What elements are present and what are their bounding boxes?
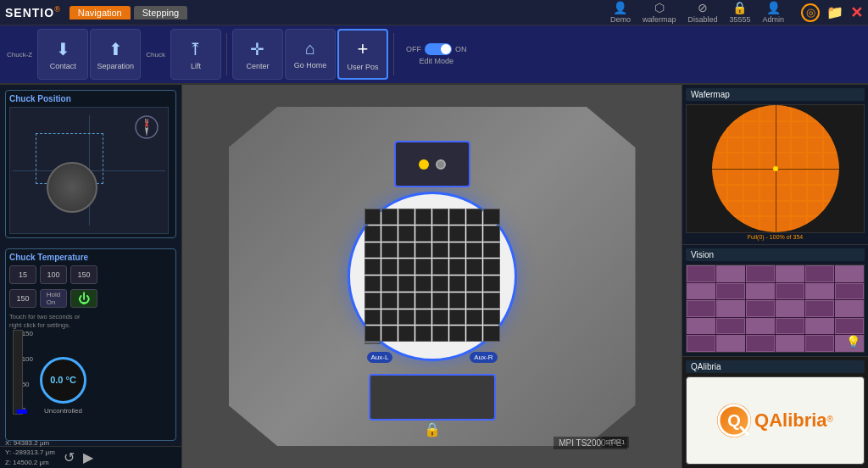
app-logo: SENTIO® [5, 5, 61, 20]
grid-cell [398, 242, 415, 259]
temp-btn-hold[interactable]: HoldOn [40, 289, 67, 308]
contact-button[interactable]: ⬇ Contact [37, 29, 88, 80]
grid-cell [364, 259, 381, 275]
grid-cell [483, 259, 499, 275]
grid-cell [381, 292, 398, 309]
wg-cell [791, 216, 807, 232]
vc [776, 318, 804, 335]
center-icon: ✛ [250, 39, 264, 59]
wafermap-label: wafermap [643, 15, 676, 24]
edit-mode-section: OFF ON Edit Mode [406, 43, 467, 65]
grid-cell [398, 276, 415, 292]
wg-cell [776, 169, 792, 185]
grid-cell [432, 226, 448, 242]
close-button[interactable]: ✕ [850, 3, 863, 22]
grid-cell [415, 276, 431, 292]
scale-100: 100 [22, 355, 33, 363]
temp-display: 0.0 °C Uncontrolled [40, 357, 86, 415]
temp-gauge: 150 100 50 0 [9, 330, 35, 415]
logo-text: SENTIO [5, 6, 54, 20]
go-home-button[interactable]: ⌂ Go Home [285, 29, 336, 80]
temp-btn-15[interactable]: 15 [9, 265, 36, 284]
center-button[interactable]: ✛ Center [232, 29, 283, 80]
temp-btn-150-2[interactable]: 150 [9, 289, 36, 308]
grid-cell [466, 242, 482, 259]
wg-cell [791, 169, 807, 185]
grid-cell [364, 292, 381, 309]
wg-cell [823, 137, 839, 153]
play-icon[interactable]: ▶ [83, 449, 93, 465]
grid-cell [415, 242, 431, 259]
nav-tab-stepping[interactable]: Stepping [134, 6, 187, 20]
grid-cell [483, 226, 499, 242]
temp-btn-150[interactable]: 150 [70, 265, 97, 284]
vision-light-icon: 💡 [846, 335, 860, 348]
temp-circle: 0.0 °C [40, 357, 86, 404]
wg-cell [712, 121, 728, 137]
nav-tab-navigation[interactable]: Navigation [70, 6, 131, 20]
status-wafermap: ⬡ wafermap [643, 1, 676, 24]
qalibria-content[interactable]: Q QAlibria® [686, 376, 865, 465]
machine-view: Aux-L Aux-R 🔒 [229, 107, 636, 446]
wg-cell [743, 185, 760, 201]
chuck-position-view: N [9, 107, 169, 234]
wg-cell [727, 105, 743, 121]
user-pos-icon: + [357, 38, 368, 60]
wg-cell [807, 185, 823, 201]
topbar: SENTIO® Navigation Stepping 👤 Demo ⬡ waf… [0, 0, 868, 25]
wg-cell [743, 153, 760, 169]
chuck-position-panel: Chuck Position N [5, 90, 176, 238]
vc [776, 283, 804, 300]
grid-cell [398, 326, 415, 342]
wg-cell [823, 185, 839, 201]
wg-cell [807, 137, 823, 153]
grid-cell [381, 242, 398, 259]
grid-cell [364, 209, 381, 225]
grid-cell [449, 326, 465, 342]
wafermap-view[interactable] [686, 104, 865, 233]
wafermap-sublabel: Full(0) - 100% of 354 [686, 233, 865, 241]
target-icon[interactable]: ◎ [801, 3, 820, 22]
wg-cell [760, 121, 776, 137]
wg-cell [743, 105, 760, 121]
grid-cell [364, 276, 381, 292]
aux-right-label: Aux-R [470, 352, 497, 363]
chuck-z-label: Chuck-Z [7, 51, 32, 58]
temp-gauge-area: 150 100 50 0 0.0 °C Uncontrolled [9, 330, 172, 415]
wg-cell [760, 105, 776, 121]
vc [687, 283, 715, 300]
rotate-icon[interactable]: ↺ [64, 449, 75, 465]
grid-cell [432, 276, 448, 292]
edit-mode-toggle[interactable] [425, 43, 452, 55]
lift-button[interactable]: ⤒ Lift [170, 29, 221, 80]
wg-cell [791, 201, 807, 217]
vc [746, 335, 775, 352]
wg-cell [807, 153, 823, 169]
temp-btn-power[interactable]: ⏻ [70, 289, 97, 308]
vc [805, 265, 834, 282]
qalibria-symbol: ® [827, 415, 833, 424]
temp-btn-100[interactable]: 100 [40, 265, 67, 284]
q-logo-circle: Q [717, 404, 751, 437]
disabled-label: Disabled [687, 15, 717, 24]
grid-cell [381, 276, 398, 292]
grid-cell [381, 326, 398, 342]
user-pos-button[interactable]: + User Pos [337, 29, 388, 80]
vc [716, 335, 745, 352]
vision-view[interactable]: 💡 [686, 265, 865, 353]
vc [687, 300, 715, 317]
status-demo: 👤 Demo [610, 1, 631, 24]
vision-grid [687, 265, 864, 352]
wg-cell [791, 121, 807, 137]
grid-cell [483, 309, 499, 326]
vc [776, 265, 804, 282]
folder-icon[interactable]: 📁 [826, 4, 843, 20]
separation-button[interactable]: ⬆ Separation [90, 29, 141, 80]
grid-cell [483, 292, 499, 309]
status-id: 🔒 35555 [729, 1, 750, 24]
temp-value: 0.0 °C [50, 375, 76, 385]
right-panel: Wafermap [682, 85, 868, 468]
wafer-circle-container [712, 105, 839, 232]
grid-cell [466, 276, 482, 292]
chuck-label-mid: Chuck [146, 51, 165, 58]
